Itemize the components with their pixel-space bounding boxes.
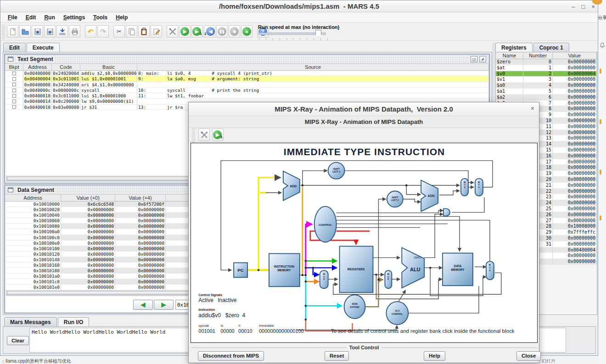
register-row[interactable]: $zero 0 0x00000000	[496, 59, 597, 65]
prev-memory-button[interactable]: ◀	[133, 300, 153, 310]
tab-registers[interactable]: Registers	[495, 43, 533, 53]
tab-mars-messages[interactable]: Mars Messages	[4, 317, 57, 327]
text-segment-header: BkptAddress CodeBasic Source	[5, 64, 489, 71]
backstep-button[interactable]: 1◀	[204, 25, 215, 38]
menu-item[interactable]: Settings	[60, 13, 89, 22]
run-button[interactable]: ▶	[179, 25, 191, 38]
paste-icon	[140, 28, 148, 36]
cut-icon: ✂	[117, 28, 122, 35]
edit-button[interactable]	[151, 25, 162, 38]
paste-button[interactable]	[138, 25, 150, 38]
close-button-dialog[interactable]: Close	[516, 351, 541, 361]
text-segment-titlebar[interactable]: Text Segment ◲ ⬈	[5, 55, 489, 64]
dialog-assemble-button[interactable]	[198, 129, 210, 141]
register-row[interactable]: $a1 5 0x00000000	[496, 89, 597, 95]
menu-item[interactable]: File	[4, 13, 21, 22]
new-file-button[interactable]	[7, 25, 18, 38]
open-file-button[interactable]	[19, 25, 31, 38]
breakpoint-checkbox[interactable]	[12, 89, 16, 92]
redo-button[interactable]: ↷	[97, 25, 109, 38]
breakpoint-checkbox[interactable]	[12, 100, 16, 103]
dialog-close-icon[interactable]: ×	[531, 105, 534, 112]
diagram-title: IMMEDIATE TYPE INSTRUCTION	[284, 146, 445, 157]
scroll-mark	[600, 119, 601, 124]
menu-item[interactable]: Run	[40, 13, 58, 22]
breakpoint-cell[interactable]	[5, 88, 23, 93]
dialog-titlebar[interactable]: MIPS X-Ray - Animation of MIPS Datapath,…	[189, 102, 539, 116]
text-segment-restore-icon[interactable]: ◲	[471, 56, 477, 62]
dump-memory-button[interactable]: 0101	[56, 25, 68, 38]
breakpoint-cell[interactable]	[5, 105, 23, 110]
text-segment-row[interactable]: 0x00400000 0x24020004 addiu $2,$0,0x0000…	[5, 71, 489, 76]
undo-button[interactable]: ↶	[85, 25, 96, 38]
stop-button[interactable]: ■	[229, 25, 240, 38]
breakpoint-cell[interactable]	[5, 82, 23, 87]
copy-button[interactable]	[126, 25, 137, 38]
breakpoint-cell[interactable]	[5, 93, 23, 98]
register-row[interactable]: $v1 3 0x00000000	[496, 77, 597, 83]
tab-edit[interactable]: Edit	[3, 43, 26, 53]
cut-button[interactable]: ✂	[113, 25, 125, 38]
reset-button[interactable]: «	[241, 25, 252, 38]
breakpoint-checkbox[interactable]	[12, 72, 16, 75]
label-zero: ZERO	[414, 256, 421, 259]
tab-execute[interactable]: Execute	[27, 43, 60, 53]
window-titlebar[interactable]: /home/foxsen/Downloads/mips1.asm - MARS …	[0, 0, 598, 12]
dialog-step-button[interactable]: ▶1	[212, 129, 224, 141]
next-memory-button[interactable]: ▶	[154, 300, 174, 310]
text-segment-row[interactable]: 0x0040000c 0x0000000c syscall 10: syscal…	[5, 88, 489, 93]
new-file-icon	[9, 28, 17, 36]
text-segment-row[interactable]: 0x00400004 0x3c011001 lui $1,0x00001001 …	[5, 76, 489, 82]
register-row[interactable]: $a2 6 0x00000000	[496, 95, 597, 101]
tab-run-io[interactable]: Run I/O	[58, 317, 90, 327]
dialog-wrench-icon	[200, 131, 208, 139]
backstep-icon: ◀	[206, 27, 215, 36]
help-button-dialog[interactable]: Help	[424, 351, 445, 361]
dialog-toolbar-grip[interactable]	[192, 128, 195, 142]
register-row[interactable]: $at 1 0x00000000	[496, 65, 597, 71]
breakpoint-cell[interactable]	[5, 76, 23, 81]
breakpoint-cell[interactable]	[5, 71, 23, 76]
clear-button[interactable]: Clear	[7, 336, 29, 345]
text-segment-maximize-icon[interactable]: ⬈	[479, 56, 486, 62]
disconnect-button[interactable]: Disconnect from MIPS	[198, 351, 264, 361]
breakpoint-cell[interactable]	[5, 99, 23, 104]
print-icon	[71, 28, 79, 36]
breakpoint-checkbox[interactable]	[12, 105, 16, 109]
save-button[interactable]	[32, 25, 43, 38]
assemble-button[interactable]	[167, 25, 178, 38]
pause-button[interactable]: ❚❚	[216, 25, 228, 38]
block-and-gate[interactable]	[443, 209, 450, 216]
text-segment-row[interactable]: 0x00400008 0x34240000 ori $4,$1,0x000000…	[5, 82, 489, 88]
desktop-bottom-left-text: ：llama.cpp的异构平台移植与优化	[1, 358, 71, 364]
register-row[interactable]: $v0 2 0x00000004	[496, 71, 597, 77]
minimize-icon[interactable]: –	[572, 3, 575, 10]
menu-item[interactable]: Edit	[22, 13, 40, 22]
menu-item[interactable]: Tools	[90, 13, 111, 22]
breakpoint-checkbox[interactable]	[12, 77, 16, 81]
rs-label: rs	[220, 324, 223, 327]
reset-button-dialog[interactable]: Reset	[325, 351, 349, 361]
text-segment-title: Text Segment	[16, 56, 55, 62]
run-speed-ticks	[259, 38, 328, 40]
mips-xray-dialog: MIPS X-Ray - Animation of MIPS Datapath,…	[188, 102, 539, 363]
data-segment-hscroll-thumb[interactable]	[7, 291, 204, 295]
save-as-button[interactable]	[44, 25, 56, 38]
toolbar-grip[interactable]	[2, 24, 5, 39]
step-button[interactable]: ▶1	[191, 25, 203, 38]
rs-value: 00000	[220, 328, 235, 334]
text-segment-row[interactable]: 0x00400010 0x3c011000 lui $1,0x00001000 …	[5, 93, 489, 99]
bell-icon[interactable]	[600, 42, 605, 49]
desktop-right-strip: 分享	[599, 0, 606, 364]
tab-coproc1[interactable]: Coproc 1	[533, 43, 569, 53]
print-button[interactable]	[69, 25, 80, 38]
main-tabs: EditExecute	[3, 43, 61, 53]
rt-value: 00010	[238, 328, 252, 334]
breakpoint-checkbox[interactable]	[12, 83, 16, 86]
maximize-icon[interactable]: □	[582, 3, 585, 10]
instruction-label: Instruction	[198, 308, 215, 311]
register-row[interactable]: $a0 4 0x00000000	[496, 83, 597, 89]
breakpoint-checkbox[interactable]	[12, 94, 16, 98]
edit-icon	[152, 28, 161, 36]
menu-item[interactable]: Help	[112, 13, 131, 22]
